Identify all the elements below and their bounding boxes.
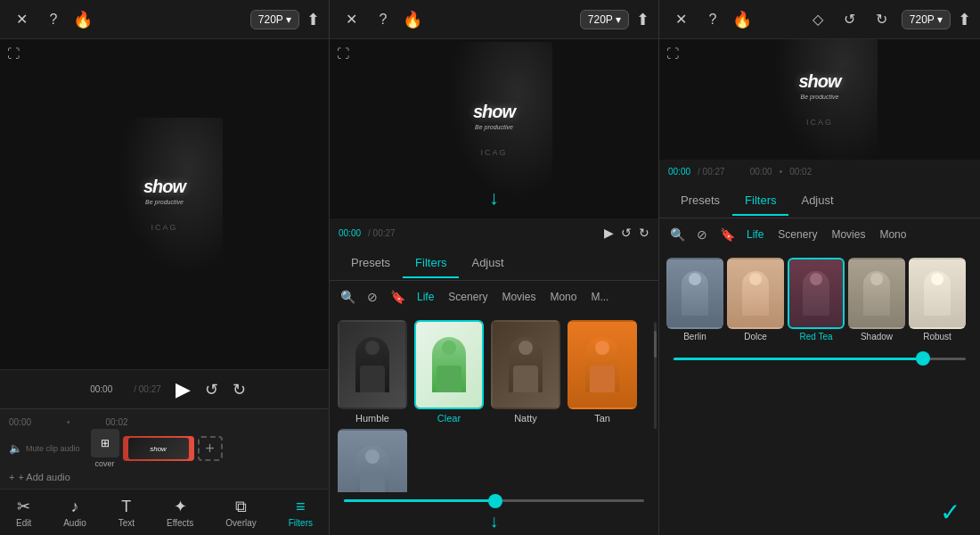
right-cat-mono[interactable]: Mono — [874, 226, 911, 243]
left-upload-button[interactable]: ⬆ — [306, 10, 320, 29]
check-icon: ✓ — [940, 498, 960, 527]
mid-undo-button[interactable]: ↺ — [621, 226, 632, 240]
left-tool-edit[interactable]: ✂ Edit — [9, 493, 38, 531]
left-resolution-button[interactable]: 720P ▾ — [250, 10, 299, 29]
left-duration: / 00:27 — [134, 384, 161, 394]
left-add-audio-button[interactable]: + + Add audio — [9, 472, 70, 482]
right-resolution-button[interactable]: 720P ▾ — [902, 10, 951, 29]
mid-fullscreen-icon: ⛶ — [337, 46, 349, 61]
right-ban-icon-btn[interactable]: ⊘ — [691, 224, 713, 245]
mid-bookmark-icon-btn[interactable]: 🔖 — [387, 286, 408, 308]
mid-play-button[interactable]: ▶ — [604, 226, 614, 240]
right-filter-thumb-berlin — [666, 258, 723, 329]
left-tool-overlay[interactable]: ⧉ Overlay — [218, 494, 263, 531]
right-filter-img-robust — [911, 259, 964, 327]
right-filter-dolce[interactable]: Dolce — [727, 258, 784, 342]
mid-filter-clear[interactable]: Clear — [413, 320, 485, 424]
mid-filter-humble[interactable]: Humble — [337, 320, 408, 424]
mid-ban-icon-btn[interactable]: ⊘ — [362, 286, 383, 308]
mid-tab-filters[interactable]: Filters — [403, 249, 459, 278]
right-check-button[interactable]: ✓ — [934, 496, 966, 528]
right-filter-grid: Berlin Dolce — [659, 251, 980, 349]
right-filter-thumb-shadow — [848, 258, 905, 329]
right-video-text: show Be productive ICAG — [791, 64, 847, 134]
left-tool-effects[interactable]: ✦ Effects — [159, 493, 200, 531]
mid-filter-thumb-clear — [414, 320, 484, 409]
right-upload-icon: ⬆ — [958, 11, 971, 29]
mid-slider-thumb[interactable] — [488, 494, 502, 508]
left-redo-button[interactable]: ↻ — [233, 380, 246, 399]
left-video-clip[interactable]: show — [123, 436, 194, 461]
mid-flame-icon: 🔥 — [403, 10, 422, 29]
left-tool-filters[interactable]: ≡ Filters — [282, 494, 320, 531]
right-cat-life[interactable]: Life — [741, 226, 769, 243]
left-add-track-button[interactable]: + — [198, 436, 223, 461]
mid-tab-filters-label: Filters — [415, 256, 446, 269]
right-search-icon-btn[interactable]: 🔍 — [666, 224, 688, 245]
mid-cat-more[interactable]: M... — [585, 288, 614, 306]
mid-resolution-button[interactable]: 720P ▾ — [580, 10, 629, 29]
left-clip-thumb: show — [128, 438, 189, 459]
mid-timecode: 00:00 — [339, 228, 361, 238]
right-cat-movies[interactable]: Movies — [826, 226, 870, 243]
right-tab-presets[interactable]: Presets — [668, 186, 732, 216]
left-close-button[interactable]: ✕ — [9, 7, 34, 32]
mid-tab-adjust-label: Adjust — [471, 256, 503, 269]
right-diamond-button[interactable]: ◇ — [805, 7, 830, 32]
left-timeline: 00:00 • 00:02 🔈 Mute clip audio ⊞ cover … — [0, 408, 329, 489]
right-tab-adjust[interactable]: Adjust — [788, 186, 845, 216]
right-slider-thumb[interactable] — [916, 351, 930, 366]
right-ruler-1: 00:00 — [750, 167, 772, 177]
mid-tab-presets-label: Presets — [351, 256, 390, 269]
right-filter-label-shadow: Shadow — [861, 332, 893, 342]
mid-close-button[interactable]: ✕ — [339, 7, 363, 32]
right-filter-berlin[interactable]: Berlin — [666, 258, 723, 342]
right-upload-button[interactable]: ⬆ — [958, 10, 971, 29]
mid-cat-movies[interactable]: Movies — [496, 288, 541, 306]
mid-tab-presets[interactable]: Presets — [339, 249, 403, 278]
scissors-icon: ✂ — [17, 497, 30, 516]
left-add-audio-row: + + Add audio — [0, 466, 329, 488]
right-tab-filters[interactable]: Filters — [732, 186, 788, 216]
right-bookmark-icon-btn[interactable]: 🔖 — [716, 224, 738, 245]
mid-search-icon-btn[interactable]: 🔍 — [337, 286, 358, 308]
mid-cat-mono[interactable]: Mono — [544, 288, 582, 306]
right-filter-robust[interactable]: Robust — [909, 258, 966, 342]
right-close-button[interactable]: ✕ — [668, 7, 693, 32]
mid-filter-tan[interactable]: Tan — [567, 320, 638, 424]
right-fullscreen-button[interactable]: ⛶ — [666, 46, 679, 61]
mid-tab-adjust[interactable]: Adjust — [459, 249, 516, 278]
left-tool-text[interactable]: T Text — [111, 494, 142, 531]
mid-close-icon: ✕ — [346, 11, 357, 28]
right-redo-icon: ↻ — [876, 11, 887, 28]
left-help-button[interactable]: ? — [41, 7, 66, 32]
mid-duration: / 00:27 — [368, 228, 396, 238]
mid-cat-life[interactable]: Life — [412, 288, 439, 306]
right-top-bar-left: ✕ ? 🔥 — [668, 7, 752, 32]
mid-redo-button[interactable]: ↻ — [639, 226, 649, 240]
mid-filter-berlin[interactable]: Berlin — [337, 429, 408, 492]
left-cover-item[interactable]: ⊞ cover — [91, 429, 119, 468]
right-redo-button[interactable]: ↻ — [870, 7, 894, 32]
left-play-button[interactable]: ▶ — [176, 378, 191, 401]
mid-filter-label-humble: Humble — [355, 413, 389, 424]
right-undo-button[interactable]: ↺ — [837, 7, 862, 32]
mid-cat-scenery[interactable]: Scenery — [443, 288, 493, 306]
right-cat-scenery[interactable]: Scenery — [772, 226, 822, 243]
mid-timecode-bar: 00:00 / 00:27 ▶ ↺ ↻ — [330, 218, 658, 247]
mid-help-button[interactable]: ? — [371, 7, 396, 32]
right-filter-thumb-dolce — [727, 258, 784, 329]
right-filter-shadow[interactable]: Shadow — [848, 258, 905, 342]
left-cover-icon[interactable]: ⊞ — [91, 429, 119, 457]
left-undo-button[interactable]: ↺ — [205, 380, 218, 399]
mid-filter-natty[interactable]: Natty — [490, 320, 561, 424]
left-fullscreen-button[interactable]: ⛶ — [7, 46, 20, 61]
left-tool-audio[interactable]: ♪ Audio — [56, 494, 94, 531]
add-audio-label: + Add audio — [18, 472, 69, 482]
mid-scrollbar-thumb — [654, 331, 657, 358]
mid-upload-button[interactable]: ⬆ — [636, 10, 649, 29]
right-filter-red-tea[interactable]: Red Tea — [788, 258, 845, 342]
left-tool-filters-label: Filters — [289, 518, 313, 528]
mid-fullscreen-button[interactable]: ⛶ — [337, 46, 349, 61]
right-help-button[interactable]: ? — [700, 7, 725, 32]
